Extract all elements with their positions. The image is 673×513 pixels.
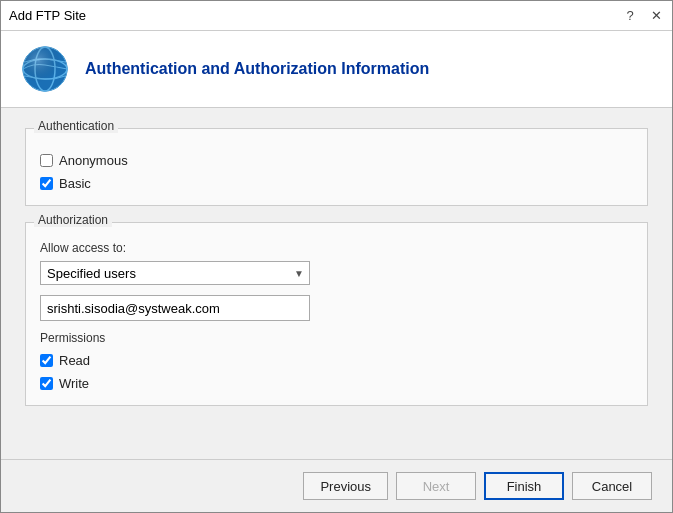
window: Add FTP Site ? ✕ Authentication and Aut [0, 0, 673, 513]
help-button[interactable]: ? [622, 8, 638, 24]
next-button[interactable]: Next [396, 472, 476, 500]
footer-area: Previous Next Finish Cancel [1, 459, 672, 512]
previous-button[interactable]: Previous [303, 472, 388, 500]
svg-point-4 [23, 47, 67, 91]
title-bar: Add FTP Site ? ✕ [1, 1, 672, 31]
access-dropdown[interactable]: All users Anonymous users Specified user… [40, 261, 310, 285]
title-bar-title: Add FTP Site [9, 8, 86, 23]
finish-button[interactable]: Finish [484, 472, 564, 500]
write-label: Write [59, 376, 89, 391]
header-area: Authentication and Authorization Informa… [1, 31, 672, 108]
basic-row: Basic [40, 176, 633, 191]
anonymous-label: Anonymous [59, 153, 128, 168]
permissions-label: Permissions [40, 331, 633, 345]
dropdown-row: All users Anonymous users Specified user… [40, 261, 633, 285]
write-row: Write [40, 376, 633, 391]
anonymous-checkbox[interactable] [40, 154, 53, 167]
authorization-section-label: Authorization [34, 213, 112, 227]
title-bar-left: Add FTP Site [9, 8, 86, 23]
header-title: Authentication and Authorization Informa… [85, 60, 429, 78]
globe-icon [21, 45, 69, 93]
title-bar-controls: ? ✕ [622, 8, 664, 24]
dropdown-wrapper: All users Anonymous users Specified user… [40, 261, 310, 285]
content-area: Authentication Anonymous Basic Authoriza… [1, 108, 672, 459]
basic-label: Basic [59, 176, 91, 191]
anonymous-row: Anonymous [40, 153, 633, 168]
authorization-section: Authorization Allow access to: All users… [25, 222, 648, 406]
authentication-section: Authentication Anonymous Basic [25, 128, 648, 206]
write-checkbox[interactable] [40, 377, 53, 390]
auth-section: Anonymous Basic [40, 139, 633, 191]
cancel-button[interactable]: Cancel [572, 472, 652, 500]
email-input[interactable] [40, 295, 310, 321]
allow-access-label: Allow access to: [40, 241, 633, 255]
read-label: Read [59, 353, 90, 368]
read-checkbox[interactable] [40, 354, 53, 367]
close-button[interactable]: ✕ [648, 8, 664, 24]
basic-checkbox[interactable] [40, 177, 53, 190]
authentication-section-label: Authentication [34, 119, 118, 133]
read-row: Read [40, 353, 633, 368]
